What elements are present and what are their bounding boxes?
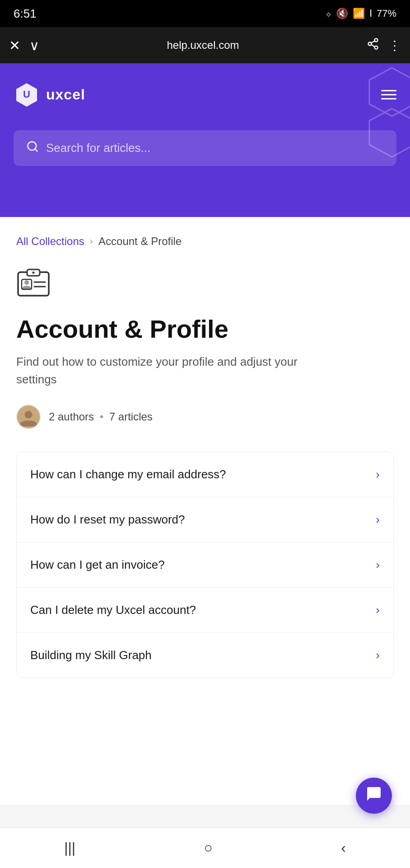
browser-share-icon[interactable]	[367, 38, 379, 53]
article-chevron-1: ›	[376, 467, 380, 481]
content-area: All Collections › Account & Profile Acco…	[0, 217, 410, 805]
bottom-nav-menu-btn[interactable]: |||	[64, 840, 75, 856]
article-item-1[interactable]: How can I change my email address? ›	[17, 452, 393, 497]
search-bar[interactable]: Search for articles...	[14, 130, 396, 166]
status-bar: 6:51 ⬦ 🔇 📶 Ⅰ 77%	[0, 0, 410, 27]
collection-icon	[16, 268, 394, 300]
bottom-nav-back-btn[interactable]: ‹	[341, 840, 346, 856]
hex-decoration-1	[365, 63, 410, 165]
browser-close-icon[interactable]: ✕	[9, 38, 20, 53]
article-chevron-5: ›	[376, 648, 380, 662]
svg-line-10	[35, 149, 37, 151]
svg-marker-6	[369, 108, 410, 157]
browser-bar: ✕ ∨ help.uxcel.com ⋮	[0, 27, 410, 63]
article-item-4[interactable]: Can I delete my Uxcel account? ›	[17, 588, 393, 633]
article-title-3: How can I get an invoice?	[30, 558, 369, 572]
browser-down-icon[interactable]: ∨	[29, 38, 39, 53]
breadcrumb-separator: ›	[90, 236, 93, 247]
mute-icon: 🔇	[336, 8, 348, 19]
article-title-4: Can I delete my Uxcel account?	[30, 603, 369, 617]
svg-marker-5	[369, 68, 410, 116]
article-chevron-4: ›	[376, 603, 380, 617]
logo-area[interactable]: U uxcel	[14, 81, 85, 108]
article-title-1: How can I change my email address?	[30, 467, 369, 481]
svg-text:U: U	[23, 89, 30, 100]
status-icons: ⬦ 🔇 📶 Ⅰ 77%	[326, 8, 396, 19]
uxcel-logo-icon: U	[14, 81, 40, 108]
hero-section: U uxcel Search for articles...	[0, 63, 410, 217]
bottom-nav-home-btn[interactable]: ○	[204, 840, 212, 856]
breadcrumb-current: Account & Profile	[98, 235, 182, 248]
article-title-5: Building my Skill Graph	[30, 648, 369, 662]
battery-text: 77%	[377, 8, 396, 19]
breadcrumb-all-collections[interactable]: All Collections	[16, 235, 84, 248]
signal-icon: Ⅰ	[369, 8, 372, 19]
article-item-2[interactable]: How do I reset my password? ›	[17, 497, 393, 542]
wifi-icon: 📶	[353, 8, 365, 19]
id-card-icon	[16, 268, 51, 298]
search-icon	[26, 140, 39, 156]
chat-fab-icon	[366, 786, 382, 806]
svg-point-19	[25, 411, 33, 419]
page-description: Find out how to customize your profile a…	[16, 353, 314, 388]
logo-text: uxcel	[46, 86, 85, 103]
chat-fab-button[interactable]	[356, 778, 392, 814]
browser-url[interactable]: help.uxcel.com	[48, 39, 358, 52]
authors-count: 2 authors • 7 articles	[49, 410, 153, 423]
page-title: Account & Profile	[16, 314, 394, 344]
article-item-5[interactable]: Building my Skill Graph ›	[17, 633, 393, 678]
svg-line-3	[371, 44, 375, 47]
article-title-2: How do I reset my password?	[30, 513, 369, 527]
article-chevron-2: ›	[376, 513, 380, 527]
author-avatar	[16, 405, 41, 429]
article-chevron-3: ›	[376, 558, 380, 572]
status-time: 6:51	[14, 7, 37, 21]
svg-point-15	[24, 280, 29, 285]
bottom-nav: ||| ○ ‹	[0, 827, 410, 868]
articles-list: How can I change my email address? › How…	[16, 452, 394, 678]
svg-line-4	[371, 41, 375, 43]
search-placeholder-text: Search for articles...	[46, 141, 150, 155]
article-item-3[interactable]: How can I get an invoice? ›	[17, 542, 393, 588]
breadcrumb: All Collections › Account & Profile	[16, 235, 394, 248]
authors-row: 2 authors • 7 articles	[16, 405, 394, 429]
browser-menu-icon[interactable]: ⋮	[388, 38, 401, 53]
svg-point-13	[33, 272, 35, 274]
hero-nav: U uxcel	[14, 81, 396, 108]
bluetooth-icon: ⬦	[326, 8, 331, 19]
